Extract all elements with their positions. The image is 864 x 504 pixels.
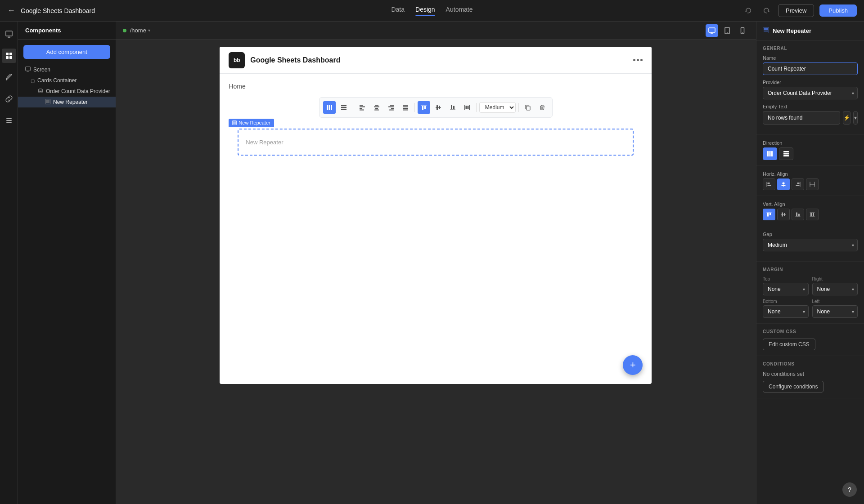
empty-text-lightning-btn[interactable]: ⚡ xyxy=(843,111,850,125)
provider-select[interactable]: Order Count Data Provider xyxy=(763,87,858,99)
tree-label-cards-container: Cards Container xyxy=(37,77,76,84)
toolbar-justify-btn[interactable] xyxy=(399,101,412,114)
toolbar-delete-btn[interactable] xyxy=(536,101,549,114)
toolbar-columns-btn[interactable] xyxy=(323,101,336,114)
container-icon: ▢ xyxy=(31,78,35,83)
sidebar-icon-link[interactable] xyxy=(2,92,16,106)
device-desktop-button[interactable] xyxy=(706,24,718,37)
svg-rect-27 xyxy=(374,107,379,107)
fab-add-button[interactable]: + xyxy=(623,355,643,375)
toolbar-divider2 xyxy=(414,103,415,112)
svg-rect-37 xyxy=(403,110,408,111)
svg-rect-49 xyxy=(465,106,467,109)
repeater-icon xyxy=(45,99,50,105)
back-button[interactable]: ← xyxy=(7,6,15,15)
vert-align-stretch-btn[interactable] xyxy=(806,209,819,220)
toolbar-vertical-align-bottom-btn[interactable] xyxy=(446,101,459,114)
panel-section-custom-css: CUSTOM CSS Edit custom CSS xyxy=(756,324,864,356)
empty-text-input[interactable] xyxy=(763,111,840,125)
svg-rect-70 xyxy=(810,182,810,187)
tree-item-data-provider[interactable]: Order Count Data Provider xyxy=(18,86,116,97)
svg-rect-55 xyxy=(770,151,771,156)
toolbar-align-left-btn[interactable] xyxy=(356,101,369,114)
svg-rect-73 xyxy=(767,213,769,217)
publish-button[interactable]: Publish xyxy=(819,4,857,17)
toolbar-align-right-btn[interactable] xyxy=(385,101,397,114)
toolbar-size-select[interactable]: Medium Small Large xyxy=(479,102,516,113)
frame-breadcrumb: Home xyxy=(229,83,643,90)
sidebar-wrapper: Components Add component Screen ▢ Cards … xyxy=(0,22,116,504)
toolbar-divider1 xyxy=(353,103,353,112)
edit-custom-css-button[interactable]: Edit custom CSS xyxy=(763,339,815,350)
margin-right-wrapper: None Small Medium Large xyxy=(812,283,858,295)
data-provider-icon xyxy=(38,88,43,94)
sidebar-icon-screens[interactable] xyxy=(2,27,16,41)
margin-top-label: Top xyxy=(763,277,809,281)
direction-rows-btn[interactable] xyxy=(779,147,793,160)
redo-button[interactable] xyxy=(760,4,773,17)
tree-item-cards-container[interactable]: ▢ Cards Container xyxy=(18,75,116,86)
toolbar-align-center-btn[interactable] xyxy=(370,101,383,114)
app-title: Google Sheets Dashboard xyxy=(21,7,95,14)
preview-button[interactable]: Preview xyxy=(778,4,814,17)
toolbar-distribute-btn[interactable] xyxy=(461,101,473,114)
general-section-label: GENERAL xyxy=(763,46,858,51)
horiz-align-row xyxy=(763,178,858,190)
svg-rect-67 xyxy=(797,183,800,184)
margin-left-select[interactable]: None Small Medium Large xyxy=(812,305,858,318)
repeater-element[interactable]: New Repeater xyxy=(238,129,634,156)
gap-label: Gap xyxy=(763,232,858,237)
horiz-align-center-btn[interactable] xyxy=(777,178,790,190)
frame-menu-dots[interactable] xyxy=(633,59,643,61)
device-tablet-button[interactable] xyxy=(721,24,734,37)
sidebar-icon-design[interactable] xyxy=(2,70,16,85)
tree-item-screen[interactable]: Screen xyxy=(18,64,116,75)
svg-rect-44 xyxy=(450,110,455,111)
help-button[interactable]: ? xyxy=(842,482,857,497)
svg-rect-29 xyxy=(374,110,379,111)
margin-bottom-select[interactable]: None Small Medium Large xyxy=(763,305,809,318)
margin-right-select[interactable]: None Small Medium Large xyxy=(812,283,858,295)
empty-text-expand-btn[interactable]: ▾ xyxy=(853,111,858,125)
tree-item-new-repeater[interactable]: New Repeater xyxy=(18,97,116,107)
toolbar-copy-btn[interactable] xyxy=(522,101,534,114)
add-component-button[interactable]: Add component xyxy=(23,45,110,59)
svg-rect-48 xyxy=(469,105,470,110)
sidebar-icon-data[interactable] xyxy=(2,113,16,128)
configure-conditions-button[interactable]: Configure conditions xyxy=(763,381,824,392)
vert-align-bottom-btn[interactable] xyxy=(792,209,804,220)
vert-align-top-btn[interactable] xyxy=(763,209,775,220)
svg-rect-34 xyxy=(403,105,408,106)
svg-rect-2 xyxy=(9,53,12,55)
horiz-align-right-btn[interactable] xyxy=(792,178,804,190)
name-input[interactable] xyxy=(763,62,858,75)
svg-rect-81 xyxy=(810,212,815,213)
svg-rect-17 xyxy=(328,105,330,110)
toolbar-vertical-align-top-btn[interactable] xyxy=(418,101,430,114)
undo-button[interactable] xyxy=(742,4,755,17)
svg-rect-68 xyxy=(796,185,800,186)
direction-columns-btn[interactable] xyxy=(763,147,777,160)
horiz-align-left-btn[interactable] xyxy=(763,178,775,190)
tab-automate[interactable]: Automate xyxy=(446,6,473,16)
svg-rect-22 xyxy=(360,105,363,106)
horiz-align-stretch-btn[interactable] xyxy=(806,178,819,190)
tab-data[interactable]: Data xyxy=(391,6,405,16)
tab-design[interactable]: Design xyxy=(415,6,435,16)
vert-align-center-btn[interactable] xyxy=(777,209,790,220)
provider-field: Provider Order Count Data Provider xyxy=(763,80,858,99)
sidebar-icon-components[interactable] xyxy=(2,49,16,63)
toolbar-rows-btn[interactable] xyxy=(338,101,350,114)
margin-top-select[interactable]: None Small Medium Large xyxy=(763,283,809,295)
device-mobile-button[interactable] xyxy=(736,24,749,37)
svg-rect-74 xyxy=(770,213,771,215)
panel-section-vert-align: Vert. Align xyxy=(756,196,864,226)
empty-text-row: ⚡ ▾ xyxy=(763,111,858,125)
gap-select[interactable]: Medium Small Large None xyxy=(763,239,858,251)
right-panel: New Repeater GENERAL Name Provider Order… xyxy=(756,22,864,504)
custom-css-label: CUSTOM CSS xyxy=(763,329,858,334)
gap-field: Gap Medium Small Large None xyxy=(763,232,858,251)
toolbar-vertical-align-middle-btn[interactable] xyxy=(432,101,445,114)
panel-title: New Repeater xyxy=(773,27,811,34)
app-logo: bb xyxy=(229,52,245,68)
